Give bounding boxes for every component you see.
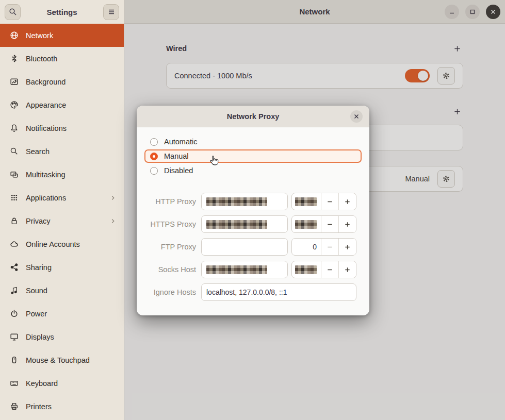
dialog-close-button[interactable] bbox=[350, 110, 363, 123]
socks-host-input[interactable] bbox=[201, 261, 288, 278]
https-proxy-row: HTTPS Proxy bbox=[144, 215, 356, 233]
sidebar-item-label: Power bbox=[26, 310, 47, 318]
sidebar-item-label: Mouse & Touchpad bbox=[26, 356, 90, 364]
option-automatic[interactable]: Automatic bbox=[144, 135, 362, 148]
radio-icon bbox=[150, 138, 158, 146]
option-disabled[interactable]: Disabled bbox=[144, 164, 362, 177]
socks-port-value[interactable] bbox=[292, 261, 321, 278]
option-label: Automatic bbox=[164, 138, 197, 146]
redacted-port-value bbox=[295, 220, 317, 229]
socks-port-spinner bbox=[291, 261, 356, 278]
redacted-port-value bbox=[295, 265, 317, 274]
ignore-hosts-input[interactable] bbox=[206, 288, 351, 296]
option-manual[interactable]: Manual bbox=[144, 149, 362, 163]
ftp-proxy-input[interactable] bbox=[201, 238, 288, 256]
decrement-button[interactable] bbox=[321, 239, 338, 255]
sidebar-item-label: Notifications bbox=[26, 124, 67, 132]
decrement-button[interactable] bbox=[321, 216, 338, 232]
increment-button[interactable] bbox=[338, 193, 356, 210]
search-icon bbox=[9, 8, 17, 16]
sidebar-item-network[interactable]: Network bbox=[0, 24, 124, 47]
redacted-port-value bbox=[295, 197, 317, 206]
ignore-hosts-field bbox=[201, 283, 356, 301]
bell-icon bbox=[10, 124, 19, 132]
sidebar-item-background[interactable]: Background bbox=[0, 70, 124, 93]
sidebar-item-label: Multitasking bbox=[26, 171, 66, 179]
app-title: Settings bbox=[46, 8, 77, 16]
monitor-icon bbox=[10, 332, 19, 341]
printer-icon bbox=[10, 402, 19, 411]
sidebar-item-multitasking[interactable]: Multitasking bbox=[0, 163, 124, 186]
sidebar-item-sound[interactable]: Sound bbox=[0, 279, 124, 302]
http-proxy-input[interactable] bbox=[201, 193, 288, 210]
close-icon bbox=[353, 113, 360, 120]
sidebar-item-printers[interactable]: Printers bbox=[0, 395, 124, 418]
menu-button[interactable] bbox=[103, 4, 119, 20]
sidebar-item-notifications[interactable]: Notifications bbox=[0, 116, 124, 140]
option-label: Disabled bbox=[164, 166, 193, 175]
ignore-hosts-row: Ignore Hosts bbox=[144, 283, 356, 301]
chevron-right-icon bbox=[109, 194, 117, 201]
lock-icon bbox=[10, 216, 19, 225]
https-proxy-port-value[interactable] bbox=[292, 216, 321, 232]
hamburger-icon bbox=[107, 8, 116, 16]
sidebar-item-label: Printers bbox=[26, 402, 52, 411]
cloud-icon bbox=[10, 240, 19, 248]
sidebar-item-label: Network bbox=[26, 31, 53, 40]
music-note-icon bbox=[10, 286, 19, 295]
keyboard-icon bbox=[10, 379, 19, 388]
network-proxy-dialog: Network Proxy Automatic Manual Disa bbox=[137, 106, 369, 315]
ftp-proxy-port-value[interactable]: 0 bbox=[292, 239, 321, 255]
redacted-host-value bbox=[206, 197, 267, 206]
ftp-proxy-port-spinner: 0 bbox=[291, 238, 356, 256]
sidebar-item-power[interactable]: Power bbox=[0, 302, 124, 325]
sidebar-item-label: Search bbox=[26, 147, 50, 156]
http-proxy-port-spinner bbox=[291, 193, 356, 210]
sidebar-item-online-accounts[interactable]: Online Accounts bbox=[0, 232, 124, 256]
https-proxy-input[interactable] bbox=[201, 215, 288, 233]
sidebar-item-applications[interactable]: Applications bbox=[0, 186, 124, 209]
socks-host-row: Socks Host bbox=[144, 261, 356, 278]
sidebar-item-privacy[interactable]: Privacy bbox=[0, 209, 124, 232]
sidebar-header: Settings bbox=[0, 0, 124, 24]
redacted-host-value bbox=[206, 265, 267, 274]
dialog-header: Network Proxy bbox=[137, 106, 369, 127]
increment-button[interactable] bbox=[338, 239, 356, 255]
http-proxy-label: HTTP Proxy bbox=[144, 197, 196, 206]
proxy-mode-options: Automatic Manual Disabled bbox=[137, 127, 369, 177]
sidebar-item-bluetooth[interactable]: Bluetooth bbox=[0, 47, 124, 70]
main-area: Network Wired bbox=[124, 0, 505, 420]
decrement-button[interactable] bbox=[321, 193, 338, 210]
decrement-button[interactable] bbox=[321, 261, 338, 278]
app-grid-icon bbox=[10, 193, 19, 202]
sidebar-item-search[interactable]: Search bbox=[0, 140, 124, 163]
option-label: Manual bbox=[164, 152, 189, 160]
sidebar-item-label: Applications bbox=[26, 194, 66, 202]
increment-button[interactable] bbox=[338, 261, 356, 278]
sidebar-item-label: Bluetooth bbox=[26, 55, 57, 63]
sidebar-item-keyboard[interactable]: Keyboard bbox=[0, 372, 124, 395]
sidebar-nav: Network Bluetooth Background bbox=[0, 24, 124, 420]
increment-button[interactable] bbox=[338, 216, 356, 232]
photo-icon bbox=[10, 77, 19, 86]
sidebar-item-label: Online Accounts bbox=[26, 240, 80, 248]
sidebar-item-label: Sharing bbox=[26, 263, 52, 272]
redacted-host-value bbox=[206, 220, 267, 229]
sidebar-item-appearance[interactable]: Appearance bbox=[0, 93, 124, 116]
sidebar-item-label: Displays bbox=[26, 333, 54, 341]
socks-host-label: Socks Host bbox=[144, 265, 196, 274]
sidebar: Settings Network bbox=[0, 0, 124, 420]
globe-icon bbox=[10, 31, 19, 40]
sidebar-item-sharing[interactable]: Sharing bbox=[0, 256, 124, 279]
search-button[interactable] bbox=[5, 4, 21, 20]
windows-icon bbox=[10, 170, 19, 179]
sidebar-item-label: Privacy bbox=[26, 217, 51, 225]
http-proxy-port-value[interactable] bbox=[292, 193, 321, 210]
sidebar-item-displays[interactable]: Displays bbox=[0, 325, 124, 348]
mouse-icon bbox=[10, 356, 19, 364]
power-icon bbox=[10, 309, 19, 318]
radio-checked-icon bbox=[150, 153, 158, 160]
sidebar-item-label: Background bbox=[26, 78, 66, 86]
sidebar-item-mouse-touchpad[interactable]: Mouse & Touchpad bbox=[0, 348, 124, 372]
dialog-title: Network Proxy bbox=[227, 112, 280, 121]
